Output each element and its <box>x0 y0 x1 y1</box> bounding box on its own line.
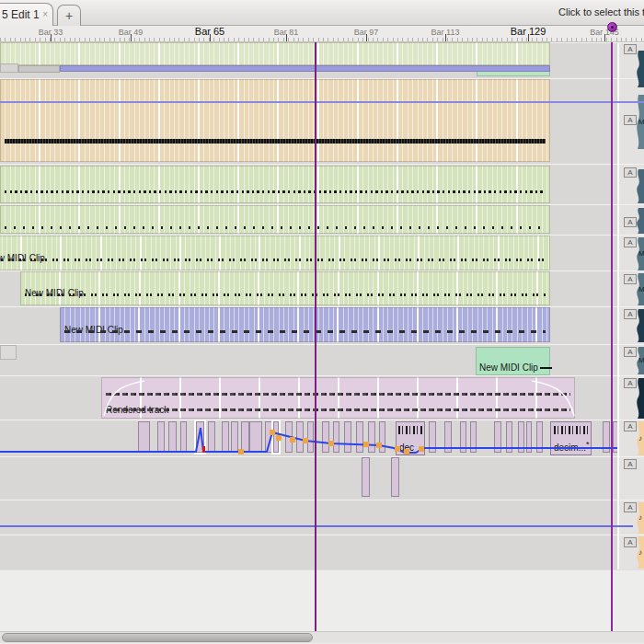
tan-midi-clip[interactable] <box>0 79 550 162</box>
green-midi-clip-3[interactable]: New MIDI Clip <box>0 236 550 270</box>
ruler-major-tick <box>51 34 52 41</box>
tab-edit-1[interactable]: 5 Edit 1 × <box>0 3 53 27</box>
daw-window: 5 Edit 1 × + Click to select this tra Ba… <box>0 0 644 644</box>
track-row[interactable] <box>0 500 617 535</box>
automation-button[interactable]: A <box>624 459 637 469</box>
empty-area-below-tracks <box>0 569 644 631</box>
automation-point[interactable] <box>363 442 369 447</box>
clip-name-label: New MIDI Clip <box>479 362 552 373</box>
automation-point[interactable] <box>419 446 424 452</box>
ruler-major-tick <box>286 34 287 41</box>
edge-region-clip[interactable] <box>635 309 644 342</box>
automation-hline[interactable] <box>0 525 633 527</box>
edge-clip-label: M <box>638 285 644 293</box>
automation-point[interactable] <box>303 438 308 443</box>
midi-notes-pattern <box>25 293 546 296</box>
ruler-major-tick <box>366 34 367 41</box>
track-hint-text: Click to select this tra <box>558 6 644 17</box>
red-marker-tick <box>202 446 205 453</box>
edge-clip-label: ♪ <box>638 513 642 522</box>
edge-region-clip[interactable] <box>635 51 644 87</box>
ruler-major-tick <box>210 34 211 41</box>
green-midi-clip-1[interactable] <box>0 166 550 203</box>
midi-notes-pattern <box>5 226 546 229</box>
arrangement-canvas[interactable]: New MIDI ClipNew MIDI ClipNew MIDI ClipN… <box>0 42 644 644</box>
gray-block-2[interactable] <box>18 65 60 73</box>
ruler-major-tick <box>445 34 446 41</box>
edge-region-clip[interactable] <box>635 378 644 419</box>
edge-clip-label: M <box>638 356 644 364</box>
green-midi-clip-2[interactable] <box>0 205 550 234</box>
lavender-bar-clip[interactable] <box>60 65 550 72</box>
automation-hline[interactable] <box>0 101 644 103</box>
automation-curve[interactable] <box>0 410 644 466</box>
gray-block-3[interactable] <box>0 345 17 360</box>
track-row[interactable] <box>0 535 617 569</box>
automation-point[interactable] <box>238 449 244 454</box>
purple-midi-clip[interactable]: New MIDI Clip <box>60 307 550 342</box>
ruler-major-tick <box>604 34 605 41</box>
plus-icon: + <box>65 8 73 23</box>
edge-clip-label: M <box>638 249 644 258</box>
midi-notes-pattern <box>0 259 546 261</box>
playhead-marker-head[interactable] <box>607 22 617 32</box>
edge-region-clip[interactable] <box>635 169 644 203</box>
midi-notes-pattern <box>5 139 546 144</box>
playhead-line[interactable] <box>611 42 613 631</box>
scrollbar-thumb[interactable] <box>2 633 313 642</box>
mint-midi-clip[interactable]: New MIDI Clip <box>476 347 550 375</box>
edge-region-clip[interactable] <box>635 208 644 234</box>
automation-point[interactable] <box>270 430 275 435</box>
green-midi-clip-4[interactable]: New MIDI Clip <box>20 271 550 305</box>
ruler-major-tick <box>131 34 132 41</box>
automation-point[interactable] <box>290 437 295 443</box>
automation-point[interactable] <box>328 441 334 446</box>
tab-close-icon[interactable]: × <box>42 9 48 19</box>
automation-point[interactable] <box>404 449 409 454</box>
horizontal-scrollbar[interactable] <box>0 631 644 643</box>
automation-point[interactable] <box>395 446 400 452</box>
playhead-line[interactable] <box>315 42 316 631</box>
edge-clip-label: ♪ <box>638 548 642 557</box>
new-tab-button[interactable]: + <box>57 5 81 27</box>
automation-point[interactable] <box>376 443 382 448</box>
ruler-minor-ticks <box>0 38 644 41</box>
midi-note-line <box>540 367 552 369</box>
midi-notes-pattern <box>5 190 546 193</box>
automation-point[interactable] <box>276 435 282 441</box>
tab-label: 5 Edit 1 <box>2 8 40 21</box>
timeline-ruler[interactable]: Bar 33Bar 49Bar 65Bar 81Bar 97Bar 113Bar… <box>0 26 644 42</box>
edge-clip-label: M <box>638 118 644 126</box>
green-strip-clip[interactable] <box>0 42 550 65</box>
midi-notes-pattern <box>64 330 546 333</box>
edge-clip-label: ♪ <box>638 434 642 443</box>
gray-block-1[interactable] <box>0 63 18 73</box>
tab-bar: 5 Edit 1 × + Click to select this tra <box>0 0 644 26</box>
ruler-major-tick <box>528 34 529 41</box>
track-gutter-panel: AAAAAAAAAAAAAMMMM♪♪♪ <box>617 42 644 569</box>
